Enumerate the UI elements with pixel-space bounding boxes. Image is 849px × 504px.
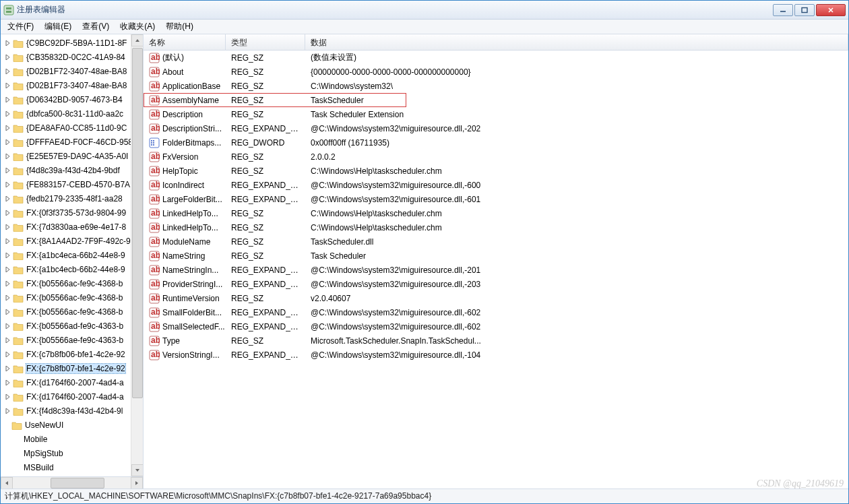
value-row[interactable]: HelpTopicREG_SZC:\Windows\Help\tasksched… [144, 164, 848, 178]
expand-icon[interactable] [5, 40, 11, 46]
tree-item[interactable]: Mobile [1, 432, 143, 446]
tree-item[interactable]: FX:{8A1A4AD2-7F9F-492c-9 [1, 234, 143, 248]
value-row[interactable]: ModuleNameREG_SZTaskScheduler.dll [144, 234, 848, 249]
expand-icon[interactable] [5, 252, 11, 259]
tree-item[interactable]: {FE883157-CEBD-4570-B7A [1, 177, 143, 191]
close-button[interactable] [816, 4, 846, 16]
value-row[interactable]: AboutREG_SZ{00000000-0000-0000-0000-0000… [144, 65, 848, 79]
tree-item[interactable]: FX:{d1764f60-2007-4ad4-a [1, 389, 143, 404]
value-row[interactable]: ApplicationBaseREG_SZC:\Windows\system32… [144, 79, 848, 93]
expand-icon[interactable] [5, 96, 11, 103]
column-data[interactable]: 数据 [305, 34, 848, 50]
expand-icon[interactable] [5, 294, 11, 301]
expand-icon[interactable] [5, 139, 11, 146]
value-row[interactable]: NameStringIn...REG_EXPAND_SZ@C:\Windows\… [144, 263, 848, 277]
tree-item[interactable]: {f4d8c39a-f43d-42b4-9bdf [1, 163, 143, 177]
expand-icon[interactable] [5, 153, 11, 160]
value-row[interactable]: AssemblyNameREG_SZTaskScheduler [144, 93, 406, 107]
expand-icon[interactable] [5, 54, 11, 61]
value-row[interactable]: RuntimeVersionREG_SZv2.0.40607 [144, 291, 848, 305]
expand-icon[interactable] [5, 125, 11, 131]
tree-item[interactable]: {D02B1F72-3407-48ae-BA8 [1, 64, 143, 78]
tree-horizontal-scrollbar[interactable] [1, 476, 143, 489]
value-row[interactable]: LinkedHelpTo...REG_SZC:\Windows\Help\tas… [144, 206, 848, 220]
minimize-button[interactable] [773, 4, 793, 16]
expand-icon[interactable] [5, 323, 11, 329]
expand-icon[interactable] [5, 351, 11, 358]
tree-item[interactable]: {E25E57E9-DA9C-4A35-A0I [1, 149, 143, 163]
expand-icon[interactable] [5, 167, 11, 174]
value-row[interactable]: SmallSelectedF...REG_EXPAND_SZ@C:\Window… [144, 319, 848, 334]
value-row[interactable]: ProviderStringI...REG_EXPAND_SZ@C:\Windo… [144, 277, 848, 291]
expand-icon[interactable] [5, 408, 11, 414]
value-row[interactable]: DescriptionStri...REG_EXPAND_SZ@C:\Windo… [144, 121, 848, 135]
column-type[interactable]: 类型 [226, 34, 305, 50]
tree-item[interactable]: FX:{f4d8c39a-f43d-42b4-9l [1, 404, 143, 418]
tree-item[interactable]: FX:{c7b8fb07-bfe1-4c2e-92 [1, 361, 143, 375]
value-row[interactable]: LinkedHelpTo...REG_SZC:\Windows\Help\tas… [144, 220, 848, 234]
value-row[interactable]: (默认)REG_SZ(数值未设置) [144, 51, 848, 65]
expand-icon[interactable] [5, 224, 11, 230]
expand-icon[interactable] [5, 309, 11, 315]
value-row[interactable]: FxVersionREG_SZ2.0.0.2 [144, 150, 848, 164]
tree-item[interactable]: MSBuild [1, 460, 143, 474]
tree-item[interactable]: FX:{b05566ae-fe9c-4363-b [1, 333, 143, 347]
tree-item[interactable]: {D02B1F73-3407-48ae-BA8 [1, 78, 143, 92]
tree-item[interactable]: FX:{b05566ac-fe9c-4368-b [1, 276, 143, 290]
tree-item[interactable]: FX:{b05566ad-fe9c-4363-b [1, 319, 143, 333]
expand-icon[interactable] [5, 181, 11, 188]
tree-item[interactable]: {C9BC92DF-5B9A-11D1-8F [1, 36, 143, 50]
menu-fav[interactable]: 收藏夹(A) [116, 20, 159, 34]
tree-item[interactable]: {fedb2179-2335-48f1-aa28 [1, 191, 143, 206]
tree-item[interactable]: FX:{a1bc4eca-66b2-44e8-9 [1, 248, 143, 262]
tree-item[interactable]: {DFFFAE4D-F0CF-46CD-958 [1, 135, 143, 149]
value-row[interactable]: VersionStringI...REG_EXPAND_SZ@C:\Window… [144, 348, 848, 362]
value-row[interactable]: IconIndirectREG_EXPAND_SZ@C:\Windows\sys… [144, 178, 848, 192]
value-row[interactable]: TypeREG_SZMicrosoft.TaskScheduler.SnapIn… [144, 334, 848, 348]
tree-vertical-scrollbar[interactable] [131, 34, 143, 476]
tree-item[interactable]: {dbfca500-8c31-11d0-aa2c [1, 106, 143, 121]
tree-item[interactable]: UseNewUI [1, 418, 143, 432]
expand-icon[interactable] [5, 195, 11, 202]
scroll-left-icon[interactable] [1, 477, 13, 489]
expand-icon[interactable] [5, 210, 11, 216]
value-row[interactable]: DescriptionREG_SZTask Scheduler Extensio… [144, 107, 848, 121]
scroll-right-icon[interactable] [131, 477, 143, 489]
value-row[interactable]: NameStringREG_SZTask Scheduler [144, 249, 848, 263]
scroll-up-icon[interactable] [131, 34, 144, 46]
tree-item[interactable]: FX:{a1bc4ecb-66b2-44e8-9 [1, 262, 143, 276]
expand-icon[interactable] [5, 280, 11, 287]
value-row[interactable]: FolderBitmaps...REG_DWORD0x00ff00ff (167… [144, 135, 848, 150]
scroll-thumb[interactable] [51, 478, 104, 489]
tree-item[interactable]: {CB35832D-0C2C-41A9-84 [1, 50, 143, 64]
titlebar[interactable]: 注册表编辑器 [1, 1, 848, 20]
expand-icon[interactable] [5, 68, 11, 75]
expand-icon[interactable] [5, 365, 11, 372]
maximize-button[interactable] [794, 4, 815, 16]
value-row[interactable]: LargeFolderBit...REG_EXPAND_SZ@C:\Window… [144, 192, 848, 206]
scroll-down-icon[interactable] [131, 464, 144, 476]
expand-icon[interactable] [5, 393, 11, 400]
tree-item[interactable]: FX:{d1764f60-2007-4ad4-a [1, 375, 143, 389]
tree-item[interactable]: FX:{b05566ac-fe9c-4368-b [1, 290, 143, 305]
menu-file[interactable]: 文件(F) [3, 20, 38, 34]
column-name[interactable]: 名称 [144, 34, 226, 50]
menu-view[interactable]: 查看(V) [78, 20, 113, 34]
expand-icon[interactable] [5, 238, 11, 245]
tree-item[interactable]: FX:{7d3830aa-e69e-4e17-8 [1, 220, 143, 234]
expand-icon[interactable] [5, 379, 11, 386]
tree-item[interactable]: {D06342BD-9057-4673-B4 [1, 92, 143, 106]
tree-item[interactable]: FX:{b05566ac-fe9c-4368-b [1, 305, 143, 319]
tree-item[interactable]: {DEA8AFA0-CC85-11d0-9C [1, 121, 143, 135]
expand-icon[interactable] [5, 337, 11, 344]
expand-icon[interactable] [5, 111, 11, 117]
value-row[interactable]: SmallFolderBit...REG_EXPAND_SZ@C:\Window… [144, 305, 848, 319]
scroll-thumb[interactable] [132, 48, 143, 398]
expand-icon[interactable] [5, 82, 11, 89]
tree-item[interactable]: MpSigStub [1, 446, 143, 460]
expand-icon[interactable] [5, 266, 11, 273]
tree-item[interactable]: FX:{0f3f3735-573d-9804-99 [1, 206, 143, 220]
tree-item[interactable]: FX:{c7b8fb06-bfe1-4c2e-92 [1, 347, 143, 361]
menu-edit[interactable]: 编辑(E) [40, 20, 75, 34]
menu-help[interactable]: 帮助(H) [162, 20, 197, 34]
